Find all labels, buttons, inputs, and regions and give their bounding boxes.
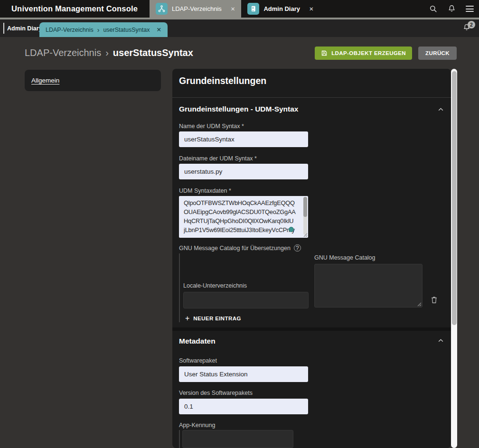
chevron-up-icon[interactable] <box>438 339 443 342</box>
tab-label: LDAP-Verzeichnis <box>172 5 222 12</box>
delete-entry-trash-icon[interactable] <box>431 296 438 304</box>
app-id-group <box>179 430 293 448</box>
resize-grip-icon[interactable] <box>303 233 308 237</box>
back-button-label: ZURÜCK <box>425 50 450 56</box>
form-panel-title: Grundeinstellungen <box>179 75 266 86</box>
catalog-group: Locale-Unterverzeichnis GNU Message Cata… <box>179 253 438 322</box>
module-tabs: LDAP-Verzeichnis ✕ Admin Diary ✕ <box>150 0 320 18</box>
form-nav-sidebar: Allgemein <box>25 70 161 91</box>
close-icon[interactable]: ✕ <box>156 26 161 33</box>
top-header-bar: Univention Management Console LDAP-Verze… <box>0 0 479 18</box>
section-title-metadaten: Metadaten <box>179 337 216 345</box>
catalog-field-label: GNU Message Catalog <box>314 254 423 261</box>
breadcrumb-tab[interactable]: LDAP-Verzeichnis › userStatusSyntax ✕ <box>39 22 168 37</box>
new-entry-button[interactable]: + NEUER EINTRAG <box>183 315 438 322</box>
breadcrumb-separator: › <box>97 26 100 34</box>
module-label[interactable]: Admin Diary <box>7 19 42 37</box>
breadcrumb-tab-parent: LDAP-Verzeichnis <box>46 27 94 33</box>
sub-header-bar: Admin Diary LDAP-Verzeichnis › userStatu… <box>0 19 479 37</box>
name-field-label: Name der UDM Syntax * <box>179 123 244 130</box>
back-button[interactable]: ZURÜCK <box>418 47 457 60</box>
create-ldap-object-label: LDAP-OBJEKT ERZEUGEN <box>331 50 406 56</box>
notifications-bell-icon[interactable] <box>447 4 456 13</box>
syntaxdata-textarea[interactable]: QlpoOTFBWSZTWbHOqCkAAEzfgEQQQ OUAEipgCAo… <box>179 196 308 238</box>
filename-field-input[interactable] <box>179 164 308 179</box>
app-id-field-label: App-Kennung <box>179 422 215 429</box>
textarea-scrollbar[interactable] <box>303 197 307 235</box>
search-icon[interactable] <box>429 4 438 13</box>
plus-icon: + <box>185 315 189 322</box>
filename-field-label: Dateiname der UDM Syntax * <box>179 155 257 162</box>
panel-divider <box>172 97 451 98</box>
locale-field-input[interactable] <box>183 292 309 308</box>
resize-grip-icon[interactable] <box>417 302 422 307</box>
module-indicator-line <box>3 23 4 34</box>
selection-handle-dot[interactable] <box>289 227 294 232</box>
section-separator <box>172 327 451 331</box>
catalog-group-label: GNU Message Catalog für Übersetzungen <box>179 245 291 252</box>
sidebar-item-allgemein[interactable]: Allgemein <box>25 70 161 91</box>
section-title-udm-syntax: Grundeinstellungen - UDM-Syntax <box>179 105 298 113</box>
chevron-up-icon[interactable] <box>438 108 443 111</box>
menu-hamburger-icon[interactable] <box>466 4 474 14</box>
form-panel: Grundeinstellungen Grundeinstellungen - … <box>172 69 451 448</box>
syntaxdata-content: QlpoOTFBWSZTWbHOqCkAAEzfgEQQQ OUAEipgCAo… <box>184 198 301 238</box>
page-scrollbar-thumb[interactable] <box>452 71 457 325</box>
help-icon[interactable]: ? <box>294 244 301 252</box>
page-title-parent: LDAP-Verzeichnis <box>25 47 101 58</box>
ldap-tree-icon <box>156 3 168 15</box>
version-field-input[interactable] <box>179 399 308 414</box>
admin-diary-book-icon <box>247 3 259 15</box>
page-title-current: userStatusSyntax <box>113 47 193 58</box>
close-icon[interactable]: ✕ <box>231 6 235 12</box>
page-title: LDAP-Verzeichnis › userStatusSyntax <box>25 47 193 58</box>
app-id-field-input[interactable] <box>182 430 293 448</box>
save-icon <box>321 50 328 56</box>
name-field-input[interactable] <box>179 131 308 147</box>
notifications-bell-icon[interactable]: 2 <box>462 23 471 32</box>
create-ldap-object-button[interactable]: LDAP-OBJEKT ERZEUGEN <box>315 47 412 60</box>
tab-ldap-verzeichnis[interactable]: LDAP-Verzeichnis ✕ <box>150 0 241 18</box>
package-field-input[interactable] <box>179 366 308 382</box>
catalog-upload-textarea[interactable] <box>314 264 423 308</box>
breadcrumb-tab-current: userStatusSyntax <box>103 27 150 33</box>
page-scrollbar[interactable] <box>451 69 457 448</box>
notification-count-badge: 2 <box>468 21 475 28</box>
version-field-label: Version des Softwarepakets <box>179 390 253 396</box>
tab-label: Admin Diary <box>263 5 300 12</box>
tab-admin-diary[interactable]: Admin Diary ✕ <box>241 0 319 18</box>
package-field-label: Softwarepaket <box>179 357 217 364</box>
locale-field-label: Locale-Unterverzeichnis <box>183 282 310 289</box>
app-title: Univention Management Console <box>11 0 138 18</box>
syntaxdata-field-label: UDM Syntaxdaten * <box>179 187 231 194</box>
new-entry-label: NEUER EINTRAG <box>193 316 241 321</box>
sidebar-item-label: Allgemein <box>31 77 59 84</box>
page-title-separator: › <box>105 47 109 58</box>
textarea-scrollbar-thumb[interactable] <box>303 197 307 217</box>
close-icon[interactable]: ✕ <box>309 6 314 12</box>
